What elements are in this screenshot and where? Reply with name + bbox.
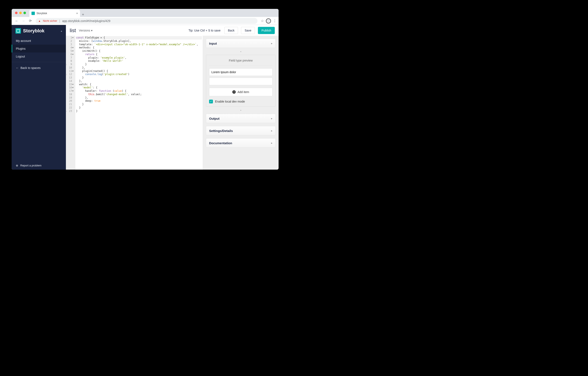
save-button[interactable]: Save bbox=[241, 27, 255, 34]
arrow-left-icon: ← bbox=[16, 66, 19, 70]
bookmark-icon[interactable]: ☆ bbox=[261, 19, 264, 23]
back-to-spaces-link[interactable]: ← Back to spaces bbox=[12, 64, 66, 72]
input-accordion[interactable]: Input ▸ bbox=[206, 39, 276, 48]
brand-logo[interactable]: Storyblok ▲ bbox=[12, 25, 66, 37]
insecure-label: Nicht sicher bbox=[43, 19, 57, 22]
dev-mode-label: Enable local dev mode bbox=[215, 100, 245, 103]
report-problem-link[interactable]: ⊕ Report a problem bbox=[12, 161, 66, 170]
versions-dropdown[interactable]: Versions ▾ bbox=[79, 29, 93, 32]
sidebar-item-my-account[interactable]: My account bbox=[12, 37, 66, 45]
new-tab-button[interactable]: + bbox=[80, 12, 86, 17]
save-tip: Tip: Use Ctrl + S to save bbox=[189, 29, 220, 32]
reload-button[interactable]: ⟳ bbox=[27, 18, 33, 24]
caret-down-icon: ▾ bbox=[91, 29, 93, 32]
versions-label: Versions bbox=[79, 29, 90, 32]
back-button[interactable]: ← bbox=[14, 18, 20, 24]
brand-name: Storyblok bbox=[23, 28, 44, 34]
settings-accordion[interactable]: Settings/Details ▸ bbox=[206, 126, 276, 135]
back-button[interactable]: Back bbox=[224, 27, 238, 34]
browser-toolbar: ← → ⟳ ▲ Nicht sicher | app.storyblok.com… bbox=[12, 17, 279, 25]
code-editor[interactable]: 123456789i101112i1314151617181920212223i… bbox=[66, 36, 203, 170]
collapse-sidebar-icon[interactable]: ▲ bbox=[60, 30, 63, 32]
kebab-menu-icon[interactable]: ⋮ bbox=[273, 19, 276, 23]
preview-text-input[interactable] bbox=[209, 68, 273, 76]
profile-avatar[interactable] bbox=[266, 18, 271, 23]
address-separator: | bbox=[59, 19, 60, 23]
documentation-accordion[interactable]: Documentation ▸ bbox=[206, 138, 276, 148]
preview-empty-input[interactable] bbox=[209, 77, 273, 85]
plus-circle-icon: + bbox=[232, 90, 236, 94]
preview-title: Field type preview bbox=[209, 59, 273, 62]
settings-header-label: Settings/Details bbox=[209, 129, 233, 133]
chevron-right-icon: ▸ bbox=[271, 129, 273, 132]
sidebar-item-logout[interactable]: Logout bbox=[12, 53, 66, 60]
tab-title: Storyblok bbox=[37, 12, 47, 15]
input-header-label: Input bbox=[209, 42, 217, 45]
insecure-icon: ▲ bbox=[38, 20, 41, 22]
chevron-right-icon: ▸ bbox=[271, 142, 273, 144]
page-title: list bbox=[70, 27, 76, 33]
sidebar: Storyblok ▲ My accountPluginsLogout ← Ba… bbox=[12, 25, 66, 170]
sidebar-menu: My accountPluginsLogout bbox=[12, 37, 66, 60]
address-bar[interactable]: ▲ Nicht sicher | app.storyblok.com/#!/me… bbox=[36, 18, 257, 24]
sidebar-item-plugins[interactable]: Plugins bbox=[12, 45, 66, 53]
chevron-right-icon: ▸ bbox=[271, 42, 273, 45]
maximize-window-button[interactable] bbox=[23, 12, 26, 14]
sidebar-divider bbox=[12, 62, 66, 62]
back-label: Back to spaces bbox=[21, 66, 41, 70]
address-url: app.storyblok.com/#!/me/plugins/429 bbox=[62, 19, 110, 23]
add-item-label: Add item bbox=[237, 90, 249, 94]
browser-tab-strip: Storyblok × + bbox=[12, 9, 279, 17]
minimize-window-button[interactable] bbox=[19, 12, 22, 14]
report-label: Report a problem bbox=[20, 164, 42, 167]
close-tab-button[interactable]: × bbox=[76, 12, 78, 15]
chevron-right-icon: ▸ bbox=[271, 117, 273, 120]
topbar: list Versions ▾ Tip: Use Ctrl + S to sav… bbox=[66, 25, 279, 36]
editor-gutter: 123456789i101112i1314151617181920212223i bbox=[66, 36, 75, 170]
publish-button[interactable]: Publish bbox=[258, 27, 275, 34]
add-item-button[interactable]: + Add item bbox=[209, 88, 273, 96]
browser-tab[interactable]: Storyblok × bbox=[29, 10, 80, 17]
dev-mode-checkbox[interactable]: ✓ bbox=[209, 100, 213, 103]
close-window-button[interactable] bbox=[15, 12, 18, 14]
forward-button[interactable]: → bbox=[21, 18, 26, 24]
window-controls bbox=[15, 12, 26, 14]
docs-header-label: Documentation bbox=[209, 141, 232, 145]
editor-code[interactable]: const Fieldtype = { mixins: [window.Stor… bbox=[75, 36, 203, 170]
collapse-lower-toggle[interactable]: ⌄ bbox=[206, 108, 276, 111]
collapse-preview-toggle[interactable]: ⌄ bbox=[206, 50, 276, 53]
brand-logo-icon bbox=[15, 28, 21, 34]
right-panel: Input ▸ ⌄ Field type preview + Add item bbox=[203, 36, 279, 170]
globe-icon: ⊕ bbox=[16, 164, 18, 167]
preview-divider bbox=[209, 65, 273, 65]
favicon-icon bbox=[32, 12, 35, 15]
field-type-preview: Field type preview + Add item ✓ Enable l… bbox=[206, 55, 276, 107]
output-accordion[interactable]: Output ▸ bbox=[206, 114, 276, 123]
output-header-label: Output bbox=[209, 117, 220, 120]
